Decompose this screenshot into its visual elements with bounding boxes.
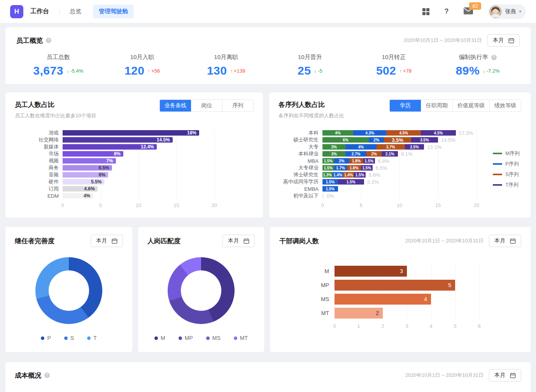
bar-segment[interactable]: 3.7% [377, 144, 405, 150]
bar-segment[interactable]: 4.5% [421, 130, 455, 136]
tab-价值观等级[interactable]: 价值观等级 [452, 100, 489, 112]
bar-segment[interactable]: 3% [322, 144, 345, 150]
tab-序列[interactable]: 序列 [222, 100, 253, 112]
apps-grid-icon[interactable] [422, 8, 429, 15]
bar-segment[interactable]: 1.7% [334, 165, 347, 171]
messages-icon[interactable]: 82 [463, 7, 473, 16]
overview-period-button[interactable]: 本月 [487, 34, 520, 47]
successor-donut-chart[interactable] [35, 257, 102, 324]
legend-item-M[interactable]: M [154, 335, 165, 341]
legend-item-MS[interactable]: MS [206, 335, 221, 341]
axis-tick: 2 [381, 323, 384, 329]
bar-row: 6% [63, 171, 214, 178]
axis-tick: 5 [99, 202, 102, 208]
legend-item-P序列[interactable]: P序列 [493, 160, 520, 167]
bar-segment[interactable]: 1.5% [361, 165, 373, 171]
chart-category-labels: 本科硕士研究生大专本科肆业MBA大专肆业博士研究生高中或同等学历EMBA初中及以… [279, 129, 322, 210]
legend-item-P[interactable]: P [41, 335, 51, 341]
legend-item-M序列[interactable]: M序列 [493, 150, 520, 157]
bar-segment[interactable]: 3.5% [411, 137, 438, 143]
bar-segment[interactable]: 2% [366, 151, 382, 157]
bar-MT[interactable]: 2 [335, 308, 383, 319]
bar-segment[interactable]: 1.8% [347, 165, 361, 171]
bar-segment[interactable]: 3% [322, 151, 345, 157]
tab-任职周期[interactable]: 任职周期 [421, 100, 452, 112]
tab-绩效等级[interactable]: 绩效等级 [489, 100, 521, 112]
segment-value-label: 3.5% [392, 137, 403, 143]
bar-segment[interactable]: 1.3% [322, 172, 333, 178]
bar-segment[interactable]: 1.8% [349, 158, 363, 164]
bar-segment[interactable]: 4.5% [386, 130, 421, 136]
bar-音频[interactable]: 6% [63, 172, 108, 178]
stat-value: 130 [207, 64, 227, 77]
bar-segment[interactable]: 2% [369, 137, 384, 143]
stat-value-row: 502↑ +78 [376, 64, 412, 77]
tab-岗位[interactable]: 岗位 [191, 100, 222, 112]
bar-商务[interactable]: 6.5% [63, 165, 112, 171]
legend-item-MP[interactable]: MP [179, 335, 193, 341]
bar-segment[interactable]: 1.4% [343, 172, 354, 178]
bar-segment[interactable]: 3.5% [384, 137, 411, 143]
bar-segment[interactable]: 1.5% [322, 179, 338, 185]
bar-segment[interactable]: 1.5% [322, 165, 334, 171]
bar-硬件[interactable]: 5.5% [63, 179, 104, 185]
bar-segment[interactable]: 2.5% [405, 144, 424, 150]
nav-overview[interactable]: 总览 [70, 8, 81, 15]
overview-help-icon[interactable]: ? [46, 38, 51, 43]
cost-help-icon[interactable]: ? [44, 373, 50, 378]
job-match-donut-chart[interactable] [168, 257, 235, 324]
nav-workbench[interactable]: 工作台 [30, 7, 49, 16]
cost-period-button[interactable]: 本月 [489, 369, 521, 382]
bar-游戏[interactable]: 18% [63, 130, 199, 136]
segment-value-label: 4.5% [399, 131, 408, 135]
stat-help-icon[interactable]: ? [491, 55, 497, 60]
legend-swatch [87, 336, 91, 340]
bar-segment[interactable]: 6% [322, 137, 369, 143]
legend-swatch [206, 336, 210, 340]
job-match-period-button[interactable]: 本月 [222, 235, 255, 247]
bar-新媒体[interactable]: 12.4% [63, 144, 157, 150]
user-menu[interactable]: 张燕 ▾ [488, 4, 526, 19]
bar-订阅[interactable]: 4.6% [63, 186, 98, 192]
bar-segment[interactable]: 1.5% [338, 179, 364, 185]
bar-EDM[interactable]: 4% [63, 193, 93, 199]
segment-value-label: 1.5% [326, 187, 335, 191]
app-logo[interactable]: H [10, 5, 23, 18]
bar-value-label: 18% [187, 130, 196, 136]
bar-segment[interactable]: 1.5% [322, 186, 338, 192]
tab-学历[interactable]: 学历 [390, 100, 421, 112]
nav-dashboard[interactable]: 管理驾驶舱 [93, 5, 134, 18]
cadre-period-button[interactable]: 本月 [489, 235, 521, 247]
bar-segment[interactable]: 2.1% [382, 151, 398, 157]
bar-segment[interactable] [322, 193, 324, 199]
help-icon[interactable]: ? [444, 7, 448, 16]
bar-视频[interactable]: 7% [63, 158, 116, 164]
cost-overview-card: 成本概况 ? 2020年10月1日 ~ 2020年10月31日 本月 10月份人… [5, 362, 531, 392]
bar-M[interactable]: 3 [335, 266, 407, 277]
tab-业务条线[interactable]: 业务条线 [160, 100, 191, 112]
bar-segment[interactable]: 1.5% [363, 158, 375, 164]
top-nav: H 工作台 总览 管理驾驶舱 ? 82 [0, 0, 536, 23]
successor-period-button[interactable]: 本月 [91, 235, 123, 247]
bar-segment[interactable]: 1.5% [354, 172, 366, 178]
gridline [476, 129, 477, 199]
bar-市场[interactable]: 8% [63, 151, 123, 157]
legend-item-MT[interactable]: MT [234, 335, 248, 341]
bar-segment[interactable]: 2% [334, 158, 350, 164]
bar-社交网络[interactable]: 14.5% [63, 137, 173, 143]
legend-item-S序列[interactable]: S序列 [493, 171, 520, 178]
bar-segment[interactable]: 4.3% [353, 130, 386, 136]
bar-segment[interactable]: 4% [345, 144, 376, 150]
segment-value-label: 4% [335, 131, 340, 135]
legend-label: M序列 [505, 150, 520, 157]
bar-MP[interactable]: 5 [335, 280, 455, 291]
bar-MS[interactable]: 4 [335, 294, 431, 305]
bar-segment[interactable]: 4% [322, 130, 353, 136]
legend-item-S[interactable]: S [64, 335, 74, 341]
legend-item-T序列[interactable]: T序列 [493, 181, 520, 188]
bar-segment[interactable]: 2.7% [345, 151, 366, 157]
arrow-down-icon: ↓ [314, 68, 316, 74]
bar-segment[interactable]: 1.5% [322, 158, 334, 164]
legend-item-T[interactable]: T [87, 335, 97, 341]
bar-segment[interactable]: 1.4% [333, 172, 343, 178]
